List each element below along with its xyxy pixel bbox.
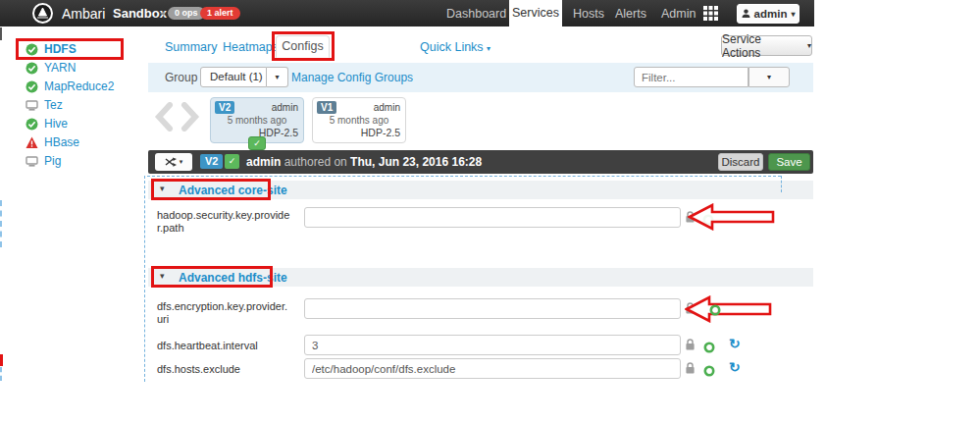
- selection-dash-edge: [0, 200, 2, 247]
- property-label: dfs.heartbeat.interval: [157, 340, 292, 352]
- monitor-icon: [26, 154, 38, 172]
- current-check-icon: ✓: [225, 154, 239, 169]
- lock-icon: [685, 301, 696, 319]
- version-card-v1[interactable]: V1 admin 5 months ago HDP-2.5: [312, 97, 406, 143]
- caret-down-icon: ▾: [791, 10, 795, 19]
- filter-options-button[interactable]: ▾: [748, 67, 790, 87]
- caret-down-icon: ▾: [180, 158, 183, 166]
- alert-triangle-icon: [26, 135, 38, 153]
- sidebar-item-yarn[interactable]: YARN: [0, 60, 145, 78]
- alerts-badge[interactable]: 1 alert: [200, 7, 240, 20]
- check-circle-icon: [26, 61, 38, 79]
- discard-button[interactable]: Discard: [718, 153, 763, 171]
- current-version-check-icon: ✓: [248, 136, 266, 150]
- override-icon[interactable]: [702, 212, 714, 230]
- property-input[interactable]: [304, 298, 681, 319]
- override-icon[interactable]: [703, 363, 715, 381]
- caret-left-icon: ◂: [160, 8, 165, 18]
- sidebar-item-mapreduce2[interactable]: MapReduce2: [0, 79, 145, 96]
- nav-item-hosts[interactable]: Hosts: [573, 7, 604, 21]
- save-button[interactable]: Save: [768, 153, 810, 171]
- views-grid-icon[interactable]: [703, 6, 718, 25]
- ambari-logo-icon: [32, 3, 53, 24]
- quick-links-dropdown[interactable]: Quick Links ▾: [420, 40, 490, 54]
- annotation-tick-red: [0, 354, 3, 366]
- version-date: Thu, Jun 23, 2016 16:28: [350, 155, 482, 169]
- property-input[interactable]: [304, 335, 681, 355]
- edge-artifact-tick: [0, 27, 2, 40]
- nav-item-alerts[interactable]: Alerts: [615, 7, 646, 21]
- caret-down-icon: ▾: [767, 73, 771, 81]
- caret-down-icon[interactable]: ▾: [267, 67, 288, 87]
- version-stack: HDP-2.5: [361, 127, 400, 138]
- annotation-arrow-core-site: [688, 203, 776, 235]
- version-badge: V2: [215, 101, 234, 114]
- caret-down-icon: ▾: [487, 44, 490, 53]
- sidebar-item-hbase[interactable]: HBase: [0, 134, 145, 152]
- property-input[interactable]: [304, 207, 681, 228]
- current-version-badge: V2: [200, 154, 223, 169]
- config-group-selected-value[interactable]: Default (1): [200, 67, 267, 87]
- section-advanced-core-site[interactable]: ▾ Advanced core-site: [148, 181, 813, 199]
- property-label: hadoop.security.key.provider.path: [157, 209, 292, 235]
- cluster-name[interactable]: Sandbox: [113, 6, 167, 21]
- selection-dash-left: [144, 176, 145, 382]
- manage-config-groups-link[interactable]: Manage Config Groups: [291, 71, 413, 84]
- version-card-v2[interactable]: V2 admin 5 months ago HDP-2.5 ✓: [210, 97, 304, 143]
- selection-dash-edge-lower: [0, 367, 2, 381]
- version-authored-text: admin authored on Thu, Jun 23, 2016 16:2…: [246, 155, 482, 169]
- tab-configs[interactable]: Configs: [276, 35, 330, 58]
- sidebar-item-label: MapReduce2: [44, 79, 114, 93]
- group-label: Group: [165, 71, 197, 84]
- version-author: admin: [374, 102, 400, 113]
- chevron-left-icon[interactable]: [153, 102, 175, 135]
- check-circle-icon: [26, 42, 38, 60]
- version-badge: V1: [317, 101, 336, 114]
- ambari-app: Ambari Sandbox ◂ 0 ops 1 alert Dashboard…: [0, 0, 980, 423]
- user-menu-label: admin: [754, 8, 788, 20]
- service-actions-button[interactable]: Service Actions ▾: [721, 35, 812, 56]
- filter-input[interactable]: [634, 67, 748, 87]
- nav-item-services[interactable]: Services: [509, 0, 562, 26]
- check-circle-icon: [26, 79, 38, 97]
- sidebar-item-pig[interactable]: Pig: [0, 153, 145, 171]
- monitor-icon: [26, 98, 38, 116]
- nav-item-dashboard[interactable]: Dashboard: [446, 7, 506, 21]
- version-author: admin: [272, 102, 298, 113]
- sidebar-item-label: HDFS: [44, 42, 77, 56]
- sidebar-item-tez[interactable]: Tez: [0, 97, 145, 115]
- tab-summary[interactable]: Summary: [165, 40, 217, 54]
- sidebar-item-hive[interactable]: Hive: [0, 116, 145, 133]
- version-age: 5 months ago: [211, 115, 303, 126]
- override-icon[interactable]: [709, 302, 721, 320]
- sidebar-item-hdfs[interactable]: HDFS: [0, 41, 145, 59]
- caret-down-icon: ▾: [807, 41, 811, 50]
- section-advanced-hdfs-site[interactable]: ▾ Advanced hdfs-site: [148, 268, 813, 287]
- lock-icon: [685, 210, 696, 228]
- chevron-right-icon[interactable]: [180, 102, 201, 135]
- user-icon: [742, 8, 750, 20]
- sidebar-item-label: Hive: [44, 117, 68, 131]
- section-title: Advanced hdfs-site: [179, 271, 287, 285]
- property-label: dfs.hosts.exclude: [157, 363, 292, 376]
- sidebar-item-label: HBase: [44, 135, 79, 149]
- annotation-arrow-hdfs-site: [685, 295, 773, 327]
- config-group-select[interactable]: Default (1) ▾: [200, 67, 288, 87]
- ops-badge[interactable]: 0 ops: [168, 7, 205, 20]
- compare-versions-button[interactable]: ▾: [155, 153, 192, 171]
- override-icon[interactable]: [703, 340, 715, 357]
- selection-dash-top: [147, 176, 781, 177]
- user-menu-button[interactable]: admin ▾: [737, 4, 799, 24]
- lock-icon: [685, 338, 696, 355]
- version-info-bar: ▾ V2 ✓ admin authored on Thu, Jun 23, 20…: [148, 150, 813, 174]
- tab-heatmaps[interactable]: Heatmaps: [223, 40, 279, 54]
- sidebar-item-label: Tez: [44, 98, 63, 112]
- lock-icon: [685, 361, 696, 379]
- undo-icon[interactable]: ↻: [729, 337, 741, 350]
- version-author: admin: [246, 155, 281, 169]
- undo-icon[interactable]: ↻: [729, 360, 741, 374]
- sidebar-item-label: YARN: [44, 61, 76, 75]
- collapse-caret-icon: ▾: [160, 184, 165, 193]
- nav-item-admin[interactable]: Admin: [661, 7, 696, 21]
- property-input[interactable]: [304, 358, 681, 379]
